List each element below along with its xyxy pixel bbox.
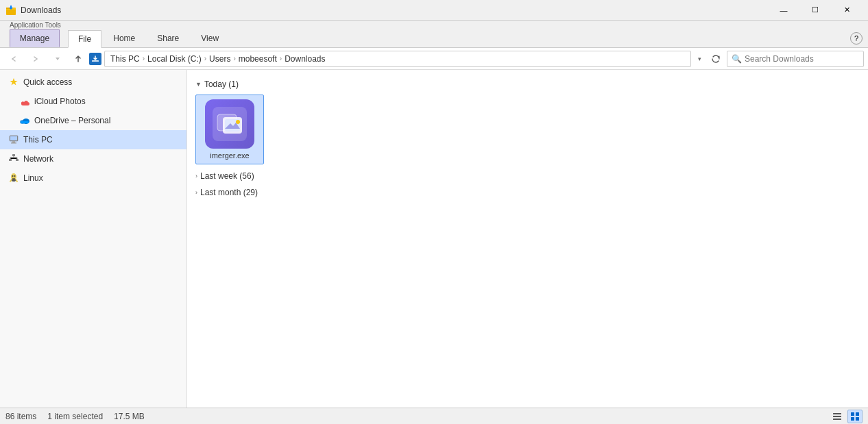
svg-rect-28 — [856, 417, 859, 421]
last-week-chevron-icon: › — [195, 173, 197, 179]
search-input[interactable] — [745, 54, 859, 64]
selected-info: 1 item selected — [47, 412, 103, 421]
sidebar-item-quick-access[interactable]: Quick access — [0, 73, 186, 92]
onedrive-icon — [19, 115, 30, 126]
search-box[interactable]: 🔍 — [727, 51, 864, 67]
file-name-imerger: imerger.exe — [210, 151, 249, 160]
svg-point-17 — [12, 179, 16, 182]
sidebar-item-network[interactable]: Network — [0, 149, 186, 169]
tab-share[interactable]: Share — [147, 29, 189, 47]
path-users: Users — [209, 54, 230, 64]
file-item-imerger[interactable]: imerger.exe — [195, 95, 264, 164]
refresh-button[interactable] — [708, 51, 724, 67]
status-info: 86 items 1 item selected 17.5 MB — [5, 412, 145, 421]
path-mobeesoft: mobeesoft — [239, 54, 277, 64]
maximize-button[interactable]: ☐ — [799, 0, 831, 21]
sidebar-item-this-pc[interactable]: This PC — [0, 130, 186, 149]
item-count: 86 items — [5, 412, 36, 421]
svg-rect-27 — [851, 417, 854, 421]
group-today-header[interactable]: ▼ Today (1) — [195, 75, 860, 92]
window-title: Downloads — [21, 5, 61, 15]
main-area: Quick access iCloud Photos OneDrive – Pe… — [0, 70, 868, 408]
this-pc-label: This PC — [23, 135, 53, 145]
svg-rect-24 — [833, 419, 841, 420]
svg-rect-6 — [21, 121, 29, 123]
recent-locations-button[interactable] — [48, 49, 67, 68]
title-bar: Downloads — ☐ ✕ — [0, 0, 868, 21]
onedrive-label: OneDrive – Personal — [34, 116, 110, 125]
star-icon — [8, 77, 19, 88]
help-button[interactable]: ? — [850, 32, 863, 45]
svg-rect-10 — [11, 142, 16, 144]
minimize-button[interactable]: — — [768, 0, 799, 21]
svg-rect-25 — [851, 412, 854, 416]
tab-manage[interactable]: Manage — [10, 29, 60, 47]
group-last-week-label: Last week (56) — [200, 171, 254, 181]
search-icon: 🔍 — [732, 54, 742, 64]
svg-point-15 — [12, 175, 14, 177]
title-bar-left: Downloads — [5, 5, 61, 16]
icloud-icon — [19, 96, 30, 107]
folder-icon — [5, 5, 16, 16]
group-today-label: Today (1) — [204, 79, 239, 89]
svg-rect-26 — [856, 412, 859, 416]
sidebar-item-linux[interactable]: Linux — [0, 169, 186, 188]
pc-icon — [8, 134, 19, 145]
address-expand-button[interactable]: ▾ — [694, 51, 705, 67]
view-controls — [830, 410, 863, 423]
path-folder-icon — [89, 53, 101, 65]
last-month-chevron-icon: › — [195, 189, 197, 196]
up-button[interactable] — [70, 51, 86, 67]
details-view-button[interactable] — [830, 410, 845, 423]
group-last-month-header[interactable]: › Last month (29) — [195, 184, 860, 200]
network-icon — [8, 153, 19, 164]
close-button[interactable]: ✕ — [831, 0, 863, 21]
window-controls: — ☐ ✕ — [768, 0, 863, 21]
status-bar: 86 items 1 item selected 17.5 MB — [0, 408, 868, 424]
context-label: Application Tools — [3, 21, 68, 29]
svg-rect-8 — [10, 136, 17, 140]
linux-label: Linux — [23, 173, 43, 183]
large-icons-view-button[interactable] — [847, 410, 863, 423]
tab-view[interactable]: View — [191, 29, 229, 47]
svg-rect-22 — [833, 413, 841, 414]
group-last-week-header[interactable]: › Last week (56) — [195, 167, 860, 184]
network-label: Network — [23, 154, 53, 164]
back-button[interactable] — [4, 49, 23, 68]
sidebar-item-icloud-photos[interactable]: iCloud Photos — [0, 92, 186, 111]
svg-rect-9 — [12, 141, 15, 142]
tab-home[interactable]: Home — [103, 29, 145, 47]
sidebar-item-onedrive[interactable]: OneDrive – Personal — [0, 111, 186, 130]
icloud-photos-label: iCloud Photos — [34, 97, 86, 106]
group-last-month-label: Last month (29) — [200, 188, 258, 197]
svg-rect-3 — [92, 60, 99, 62]
linux-icon — [8, 173, 19, 184]
sidebar: Quick access iCloud Photos OneDrive – Pe… — [0, 70, 187, 408]
path-downloads: Downloads — [285, 54, 325, 64]
file-size: 17.5 MB — [114, 412, 145, 421]
path-local-disk: Local Disk (C:) — [147, 54, 202, 64]
svg-rect-23 — [833, 416, 841, 417]
forward-button[interactable] — [26, 49, 45, 68]
imerger-inner-icon — [213, 107, 247, 141]
svg-rect-11 — [12, 154, 15, 156]
imerger-app-icon — [205, 99, 254, 149]
file-area: ▼ Today (1) — [187, 70, 868, 408]
today-file-grid: imerger.exe — [195, 92, 860, 167]
address-path[interactable]: This PC › Local Disk (C:) › Users › mobe… — [104, 51, 691, 67]
tab-file[interactable]: File — [68, 30, 101, 48]
svg-point-21 — [236, 120, 240, 124]
address-bar: This PC › Local Disk (C:) › Users › mobe… — [0, 48, 868, 70]
quick-access-label: Quick access — [23, 77, 72, 87]
today-chevron-icon: ▼ — [195, 81, 202, 88]
svg-point-16 — [14, 175, 16, 177]
ribbon: Application Tools Manage File Home Share… — [0, 21, 868, 48]
path-this-pc: This PC — [110, 54, 140, 64]
